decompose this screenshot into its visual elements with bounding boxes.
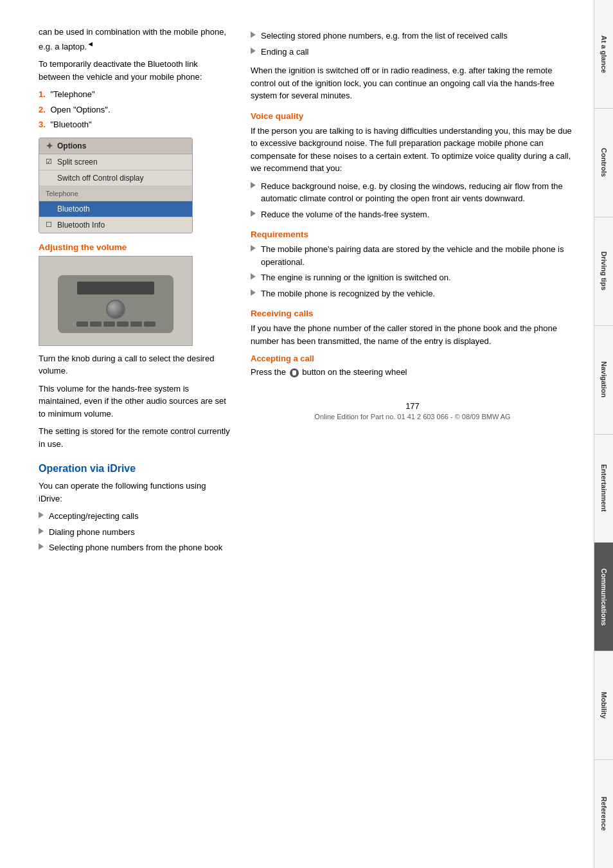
adjusting-volume-heading: Adjusting the volume <box>39 242 231 252</box>
page-number: 177 <box>251 401 574 411</box>
receiving-calls-text: If you have the phone number of the call… <box>251 322 574 347</box>
voice-quality-text: If the person you are talking to is havi… <box>251 125 574 175</box>
sidebar-item-navigation[interactable]: Navigation <box>594 326 613 435</box>
menu-item-switch-off: Switch off Control display <box>39 170 192 186</box>
menu-item-split: ☑ Split screen <box>39 154 192 170</box>
intro-text-2: To temporarily deactivate the Bluetooth … <box>39 58 231 83</box>
operation-idrive-heading: Operation via iDrive <box>39 463 231 475</box>
requirements-bullets: The mobile phone's pairing data are stor… <box>251 243 574 300</box>
menu-item-bluetooth: Bluetooth <box>39 201 192 217</box>
sidebar-item-mobility[interactable]: Mobility <box>594 651 613 760</box>
options-icon: ✦ <box>46 141 53 151</box>
car-interior <box>45 262 186 339</box>
volume-text-3: The setting is stored for the remote con… <box>39 425 231 450</box>
volume-knob <box>106 300 125 319</box>
sidebar-item-driving-tips[interactable]: Driving tips <box>594 217 613 326</box>
triangle-icon-req2 <box>251 273 256 280</box>
steps-list: 1. "Telephone" 2. Open "Options". 3. "Bl… <box>39 88 231 131</box>
triangle-icon-r1 <box>251 32 256 38</box>
menu-section-telephone: Telephone <box>39 186 192 201</box>
triangle-icon-v2 <box>251 210 256 217</box>
voice-bullet-2: Reduce the volume of the hands-free syst… <box>251 208 574 221</box>
accepting-a-call-heading: Accepting a call <box>251 354 574 363</box>
volume-image <box>39 256 193 346</box>
volume-text-1: Turn the knob during a call to select th… <box>39 352 231 377</box>
bullet-ending-call: Ending a call <box>251 46 574 59</box>
console <box>58 275 173 333</box>
accepting-call-text: Press the button on the steering wheel <box>251 366 574 379</box>
voice-quality-heading: Voice quality <box>251 111 574 121</box>
check-icon: ☑ <box>46 158 52 166</box>
ignition-text: When the ignition is switched off or in … <box>251 64 574 102</box>
bullet-accepting: Accepting/rejecting calls <box>39 510 231 523</box>
sidebar: At a glance Controls Driving tips Naviga… <box>594 0 613 868</box>
triangle-icon-req1 <box>251 245 256 251</box>
console-screen <box>77 282 154 294</box>
triangle-icon-3 <box>39 543 44 550</box>
step-1: 1. "Telephone" <box>39 88 231 101</box>
triangle-icon-r2 <box>251 48 256 54</box>
footer-text: Online Edition for Part no. 01 41 2 603 … <box>251 413 574 420</box>
console-buttons <box>76 321 155 327</box>
back-arrow-icon: ◄ <box>87 40 94 48</box>
req-bullet-1: The mobile phone's pairing data are stor… <box>251 243 574 268</box>
sidebar-item-entertainment[interactable]: Entertainment <box>594 435 613 543</box>
console-btn-2 <box>90 321 102 327</box>
sidebar-item-at-a-glance[interactable]: At a glance <box>594 0 613 109</box>
console-btn-4 <box>117 321 129 327</box>
right-column: Selecting stored phone numbers, e.g. fro… <box>251 26 574 842</box>
triangle-icon-1 <box>39 512 44 518</box>
req-bullet-3: The mobile phone is recognized by the ve… <box>251 287 574 300</box>
sidebar-item-reference[interactable]: Reference <box>594 760 613 868</box>
voice-bullet-1: Reduce background noise, e.g. by closing… <box>251 180 574 205</box>
receiving-calls-heading: Receiving calls <box>251 309 574 318</box>
triangle-icon-2 <box>39 528 44 534</box>
check-icon-2: ☐ <box>46 221 52 229</box>
console-btn-5 <box>130 321 142 327</box>
voice-quality-bullets: Reduce background noise, e.g. by closing… <box>251 180 574 221</box>
options-menu-title: ✦ Options <box>39 138 192 154</box>
options-menu-image: ✦ Options ☑ Split screen Switch off Cont… <box>39 138 193 233</box>
menu-item-bluetooth-info: ☐ Bluetooth Info <box>39 217 192 233</box>
sidebar-item-controls[interactable]: Controls <box>594 109 613 217</box>
intro-text-1: can be used in combination with the mobi… <box>39 26 231 53</box>
console-btn-6 <box>144 321 155 327</box>
console-btn-3 <box>103 321 115 327</box>
left-column: can be used in combination with the mobi… <box>39 26 231 842</box>
operation-intro: You can operate the following functions … <box>39 480 231 505</box>
bullet-selecting-phonebook: Selecting phone numbers from the phone b… <box>39 541 231 554</box>
phone-button-icon <box>290 368 299 377</box>
console-btn-1 <box>76 321 88 327</box>
bullet-stored-numbers: Selecting stored phone numbers, e.g. fro… <box>251 30 574 42</box>
sidebar-item-communications[interactable]: Communications <box>594 543 613 651</box>
volume-text-2: This volume for the hands-free system is… <box>39 383 231 420</box>
bullet-dialing: Dialing phone numbers <box>39 526 231 539</box>
step-3: 3. "Bluetooth" <box>39 118 231 131</box>
step-2: 2. Open "Options". <box>39 104 231 116</box>
requirements-heading: Requirements <box>251 230 574 239</box>
operation-bullets: Accepting/rejecting calls Dialing phone … <box>39 510 231 554</box>
triangle-icon-req3 <box>251 289 256 296</box>
triangle-icon-v1 <box>251 182 256 188</box>
right-top-bullets: Selecting stored phone numbers, e.g. fro… <box>251 30 574 58</box>
req-bullet-2: The engine is running or the ignition is… <box>251 271 574 284</box>
page-footer: 177 Online Edition for Part no. 01 41 2 … <box>251 392 574 424</box>
